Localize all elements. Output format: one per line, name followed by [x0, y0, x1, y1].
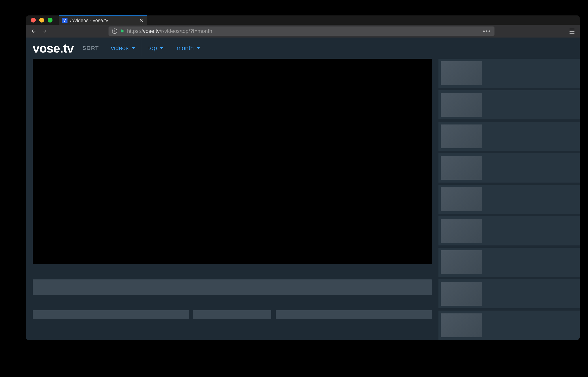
filter-label: month — [177, 45, 194, 52]
video-thumbnail — [441, 219, 482, 243]
title-skeleton — [33, 279, 432, 295]
forward-button[interactable] — [41, 27, 48, 35]
filter-label: top — [148, 45, 157, 52]
app-header: vose.tv SORT videos top month — [26, 37, 580, 59]
browser-window: V /r/videos - vose.tv ✕ i https://vose.t… — [26, 15, 580, 340]
meta-skeleton — [33, 310, 432, 319]
list-item[interactable] — [439, 59, 580, 88]
arrow-right-icon — [42, 28, 47, 34]
main-column — [33, 59, 432, 340]
arrow-left-icon — [31, 28, 37, 34]
browser-menu-button[interactable]: ☰ — [568, 27, 576, 35]
tab-strip: V /r/videos - vose.tv ✕ — [26, 15, 580, 25]
filter-time[interactable]: month — [170, 40, 207, 56]
list-item[interactable] — [439, 185, 580, 214]
list-item[interactable] — [439, 279, 580, 308]
fullscreen-window-button[interactable] — [48, 18, 53, 23]
app-page: vose.tv SORT videos top month — [26, 37, 580, 340]
content-area — [26, 59, 580, 340]
video-thumbnail — [441, 250, 482, 274]
video-thumbnail — [441, 156, 482, 180]
list-item[interactable] — [439, 216, 580, 246]
video-player[interactable] — [33, 59, 432, 264]
chevron-down-icon — [197, 47, 200, 49]
video-thumbnail — [441, 61, 482, 85]
filter-subreddit[interactable]: videos — [104, 40, 142, 56]
close-window-button[interactable] — [31, 18, 36, 23]
brand-logo[interactable]: vose.tv — [33, 41, 74, 55]
list-item[interactable] — [439, 122, 580, 151]
video-thumbnail — [441, 313, 482, 337]
list-item[interactable] — [439, 153, 580, 183]
url-text: https://vose.tv/r/videos/top/?t=month — [127, 28, 480, 34]
lock-icon — [120, 28, 124, 34]
tab-favicon-icon: V — [62, 18, 68, 24]
tab-title: /r/videos - vose.tv — [70, 18, 136, 24]
video-thumbnail — [441, 125, 482, 148]
video-thumbnail — [441, 282, 482, 306]
list-item[interactable] — [439, 90, 580, 120]
window-controls — [26, 15, 59, 25]
chevron-down-icon — [132, 47, 135, 49]
site-info-icon[interactable]: i — [112, 28, 117, 34]
page-actions-button[interactable]: ••• — [483, 28, 491, 35]
filter-label: videos — [111, 45, 129, 52]
sidebar-column — [439, 59, 580, 340]
browser-tab[interactable]: V /r/videos - vose.tv ✕ — [59, 15, 147, 25]
list-item[interactable] — [439, 311, 580, 340]
address-bar[interactable]: i https://vose.tv/r/videos/top/?t=month … — [109, 26, 495, 36]
chevron-down-icon — [160, 47, 163, 49]
sort-label: SORT — [82, 45, 99, 51]
back-button[interactable] — [30, 27, 37, 35]
video-thumbnail — [441, 187, 482, 211]
filter-sort[interactable]: top — [142, 40, 170, 56]
browser-toolbar: i https://vose.tv/r/videos/top/?t=month … — [26, 25, 580, 37]
minimize-window-button[interactable] — [39, 18, 44, 23]
tab-close-button[interactable]: ✕ — [138, 18, 144, 23]
list-item[interactable] — [439, 248, 580, 277]
video-thumbnail — [441, 93, 482, 117]
filter-group: videos top month — [104, 40, 207, 56]
